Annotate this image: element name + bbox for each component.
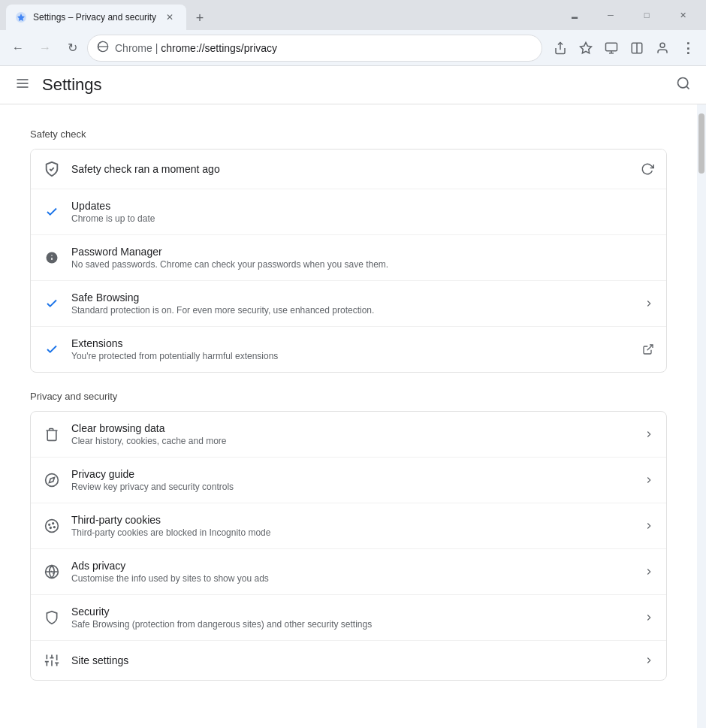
updates-check-icon bbox=[43, 203, 61, 221]
sliders-icon bbox=[43, 651, 61, 669]
safety-check-refresh-icon[interactable] bbox=[641, 162, 654, 176]
updates-subtitle: Chrome is up to date bbox=[71, 213, 654, 224]
clear-browsing-data-title: Clear browsing data bbox=[71, 422, 633, 434]
browser-frame: Settings – Privacy and security ✕ + 🗕 ─ … bbox=[0, 0, 706, 728]
svg-rect-4 bbox=[606, 43, 617, 51]
svg-point-23 bbox=[54, 527, 56, 528]
split-view-button[interactable] bbox=[625, 36, 649, 60]
settings-content: Safety check Safety check ran bbox=[0, 104, 697, 728]
extensions-row[interactable]: Extensions You're protected from potenti… bbox=[31, 327, 666, 372]
back-button[interactable]: ← bbox=[6, 36, 30, 60]
collapse-button[interactable]: 🗕 bbox=[557, 3, 592, 27]
svg-point-21 bbox=[53, 523, 54, 524]
site-settings-arrow bbox=[644, 655, 654, 666]
hamburger-menu[interactable] bbox=[15, 76, 30, 95]
clear-browsing-data-arrow bbox=[644, 429, 654, 440]
address-prefix: Chrome bbox=[115, 42, 152, 54]
shield-icon bbox=[43, 160, 61, 178]
extensions-external-icon bbox=[642, 343, 654, 355]
svg-line-16 bbox=[647, 345, 653, 350]
safe-browsing-arrow-icon bbox=[644, 298, 654, 309]
updates-row[interactable]: Updates Chrome is up to date bbox=[31, 189, 666, 235]
security-title: Security bbox=[71, 606, 633, 618]
extensions-subtitle: You're protected from potentially harmfu… bbox=[71, 351, 632, 361]
tab-title: Settings – Privacy and security bbox=[33, 12, 156, 23]
privacy-guide-subtitle: Review key privacy and security controls bbox=[71, 482, 633, 492]
updates-text: Updates Chrome is up to date bbox=[71, 200, 654, 224]
clear-browsing-data-subtitle: Clear history, cookies, cache and more bbox=[71, 436, 633, 446]
search-button[interactable] bbox=[676, 76, 691, 95]
site-settings-text: Site settings bbox=[71, 654, 633, 666]
security-arrow bbox=[644, 612, 654, 623]
trash-icon bbox=[43, 425, 61, 443]
new-tab-button[interactable]: + bbox=[189, 8, 210, 29]
maximize-button[interactable]: □ bbox=[629, 3, 664, 27]
svg-point-22 bbox=[50, 527, 52, 529]
site-settings-row[interactable]: Site settings bbox=[31, 641, 666, 680]
site-settings-title: Site settings bbox=[71, 654, 633, 666]
content-area: Settings Safety check bbox=[0, 66, 706, 728]
minimize-button[interactable]: ─ bbox=[593, 3, 628, 27]
close-window-button[interactable]: ✕ bbox=[665, 3, 700, 27]
ads-privacy-subtitle: Customise the info used by sites to show… bbox=[71, 573, 633, 584]
safe-browsing-check-icon bbox=[43, 295, 61, 313]
svg-point-11 bbox=[678, 77, 688, 87]
bookmark-button[interactable] bbox=[574, 36, 598, 60]
scrollbar-track[interactable] bbox=[697, 104, 706, 728]
safety-check-card: Safety check ran a moment ago bbox=[30, 149, 667, 373]
svg-marker-18 bbox=[49, 477, 54, 482]
ads-privacy-arrow bbox=[644, 566, 654, 577]
ads-privacy-icon bbox=[43, 563, 61, 581]
svg-point-20 bbox=[49, 524, 50, 526]
safety-check-header-text: Safety check ran a moment ago bbox=[71, 163, 630, 175]
compass-icon bbox=[43, 471, 61, 489]
forward-button[interactable]: → bbox=[33, 36, 57, 60]
settings-page: Settings Safety check bbox=[0, 66, 706, 728]
safety-check-header-row[interactable]: Safety check ran a moment ago bbox=[31, 150, 666, 189]
privacy-guide-text: Privacy guide Review key privacy and sec… bbox=[71, 468, 633, 492]
content-scroll-wrapper: Safety check Safety check ran bbox=[0, 104, 706, 728]
security-text: Security Safe Browsing (protection from … bbox=[71, 606, 633, 630]
third-party-cookies-text: Third-party cookies Third-party cookies … bbox=[71, 514, 633, 538]
safe-browsing-title: Safe Browsing bbox=[71, 292, 633, 304]
cookie-icon bbox=[43, 517, 61, 535]
tab-favicon bbox=[15, 11, 27, 23]
safety-check-section-title: Safety check bbox=[30, 128, 667, 140]
privacy-guide-row[interactable]: Privacy guide Review key privacy and sec… bbox=[31, 458, 666, 503]
refresh-button[interactable]: ↻ bbox=[60, 36, 84, 60]
third-party-cookies-row[interactable]: Third-party cookies Third-party cookies … bbox=[31, 503, 666, 549]
password-manager-title: Password Manager bbox=[71, 246, 654, 258]
security-subtitle: Safe Browsing (protection from dangerous… bbox=[71, 619, 633, 630]
ads-privacy-text: Ads privacy Customise the info used by s… bbox=[71, 560, 633, 584]
safe-browsing-text: Safe Browsing Standard protection is on.… bbox=[71, 292, 633, 316]
address-bar[interactable]: Chrome | chrome://settings/privacy bbox=[87, 35, 542, 62]
ads-privacy-row[interactable]: Ads privacy Customise the info used by s… bbox=[31, 549, 666, 595]
share-button[interactable] bbox=[548, 36, 572, 60]
svg-point-17 bbox=[46, 474, 59, 487]
password-manager-row[interactable]: Password Manager No saved passwords. Chr… bbox=[31, 235, 666, 281]
address-text: Chrome | chrome://settings/privacy bbox=[115, 42, 533, 54]
privacy-guide-arrow bbox=[644, 475, 654, 485]
extensions-title: Extensions bbox=[71, 337, 632, 349]
tab-search-button[interactable] bbox=[599, 36, 623, 60]
svg-marker-3 bbox=[581, 42, 592, 53]
address-url: chrome://settings/privacy bbox=[161, 42, 277, 54]
clear-browsing-data-text: Clear browsing data Clear history, cooki… bbox=[71, 422, 633, 446]
site-info-icon[interactable] bbox=[97, 41, 109, 55]
password-manager-subtitle: No saved passwords. Chrome can check you… bbox=[71, 259, 654, 270]
clear-browsing-data-row[interactable]: Clear browsing data Clear history, cooki… bbox=[31, 412, 666, 458]
ads-privacy-title: Ads privacy bbox=[71, 560, 633, 572]
active-tab[interactable]: Settings – Privacy and security ✕ bbox=[6, 5, 186, 30]
tab-close-button[interactable]: ✕ bbox=[162, 10, 177, 25]
security-row[interactable]: Security Safe Browsing (protection from … bbox=[31, 595, 666, 641]
third-party-cookies-title: Third-party cookies bbox=[71, 514, 633, 526]
scrollbar-thumb[interactable] bbox=[698, 113, 704, 174]
extensions-text: Extensions You're protected from potenti… bbox=[71, 337, 632, 361]
privacy-guide-title: Privacy guide bbox=[71, 468, 633, 480]
safe-browsing-row[interactable]: Safe Browsing Standard protection is on.… bbox=[31, 281, 666, 327]
menu-button[interactable]: ⋮ bbox=[676, 36, 700, 60]
password-info-icon bbox=[43, 249, 61, 267]
privacy-security-card: Clear browsing data Clear history, cooki… bbox=[30, 411, 667, 681]
third-party-cookies-subtitle: Third-party cookies are blocked in Incog… bbox=[71, 527, 633, 538]
profile-button[interactable] bbox=[650, 36, 674, 60]
